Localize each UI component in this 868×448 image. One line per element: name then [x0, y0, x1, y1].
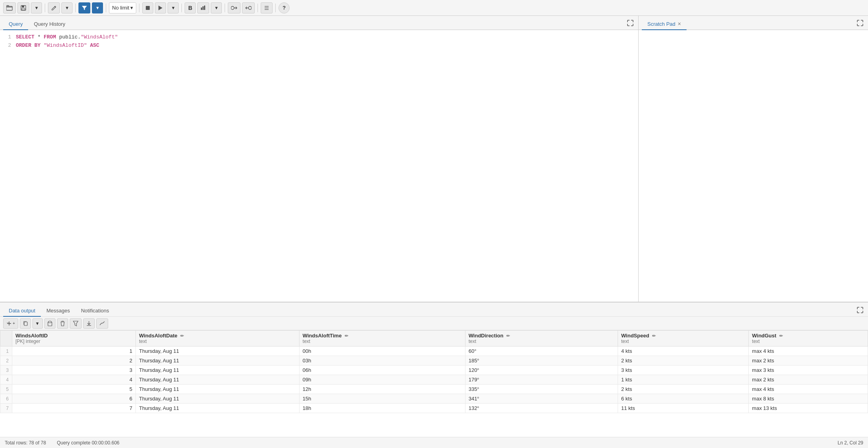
table-cell: 60° — [465, 347, 618, 356]
col-type-gust: text — [752, 339, 864, 344]
code-line-2: 2 ORDER BY "WindsAloftID" ASC — [0, 42, 635, 50]
col-edit-time-icon: ✏ — [345, 333, 348, 338]
open-folder-btn[interactable] — [3, 2, 16, 13]
tab-notifications-label: Notifications — [81, 308, 109, 314]
col-header-WindsAloftDate[interactable]: WindsAloftDate ✏ text — [136, 331, 300, 347]
edit-btn[interactable] — [48, 2, 60, 13]
query-tab-actions — [626, 18, 635, 29]
scratch-expand-btn[interactable] — [855, 18, 865, 29]
results-tab-actions — [855, 305, 865, 316]
table-cell: 1 — [12, 347, 136, 356]
table-cell: 6 — [12, 394, 136, 404]
results-toolbar: + ▾ — [0, 317, 868, 330]
col-edit-date-icon: ✏ — [180, 333, 184, 338]
copy-dropdown-btn[interactable]: ▾ — [32, 318, 43, 329]
filter-btn[interactable] — [78, 2, 90, 13]
add-row-btn[interactable]: + — [3, 318, 18, 329]
table-row: 77Thursday, Aug 1118h132°11 ktsmax 13 kt… — [0, 404, 868, 413]
filter-rows-btn[interactable] — [70, 318, 82, 329]
tab-query[interactable]: Query — [3, 18, 28, 30]
col-type-time: text — [303, 339, 462, 344]
tab-scratch-pad[interactable]: Scratch Pad × — [642, 17, 687, 30]
list-btn[interactable] — [261, 2, 273, 13]
col-header-WindDirection[interactable]: WindDirection ✏ text — [465, 331, 618, 347]
code-editor[interactable]: 1 SELECT * FROM public."WindsAloft" 2 OR… — [0, 30, 638, 302]
row-num-cell: 1 — [0, 347, 12, 356]
scratch-close-btn[interactable]: × — [678, 21, 681, 27]
table-row: 22Thursday, Aug 1103h185°2 ktsmax 2 kts — [0, 356, 868, 366]
scratch-expand-area — [855, 18, 865, 29]
sep1 — [45, 4, 45, 12]
tab-query-history[interactable]: Query History — [28, 18, 71, 30]
svg-rect-3 — [22, 8, 25, 10]
tab-data-output[interactable]: Data output — [3, 304, 41, 317]
macro1-btn[interactable] — [228, 2, 240, 13]
table-cell: max 3 kts — [749, 366, 868, 375]
svg-rect-5 — [201, 8, 202, 10]
row-num-cell: 5 — [0, 385, 12, 394]
col-header-WindsAloftID[interactable]: WindsAloftID [PK] integer — [12, 331, 136, 347]
query-tab-bar: Query Query History — [0, 16, 638, 30]
macro2-btn[interactable] — [242, 2, 255, 13]
svg-rect-2 — [22, 6, 24, 8]
sep8 — [275, 4, 276, 12]
stop-btn[interactable] — [142, 2, 153, 13]
paste-btn[interactable] — [44, 318, 55, 329]
line-num-1: 1 — [0, 33, 16, 42]
col-header-WindSpeed[interactable]: WindSpeed ✏ text — [618, 331, 748, 347]
table-cell: 6 kts — [618, 394, 748, 404]
download-btn[interactable] — [83, 318, 95, 329]
results-expand-btn[interactable] — [855, 305, 865, 316]
svg-rect-16 — [24, 322, 27, 325]
table-cell: 09h — [299, 375, 465, 385]
table-cell: 3 — [12, 366, 136, 375]
run-dropdown-btn[interactable]: ▾ — [168, 2, 179, 13]
main-toolbar: ▾ ▾ ▾ No limit ▾ ▾ B ▾ ? — [0, 0, 868, 16]
row-num-cell: 3 — [0, 366, 12, 375]
sep6 — [225, 4, 225, 12]
main-area: Query Query History 1 SELECT * FROM publ… — [0, 16, 868, 448]
explain-chart-btn[interactable] — [197, 2, 209, 13]
table-cell: 06h — [299, 366, 465, 375]
scratch-content[interactable] — [639, 30, 868, 302]
tab-data-output-label: Data output — [9, 308, 35, 314]
filter-dropdown-btn[interactable]: ▾ — [92, 2, 103, 13]
total-rows-label: Total rows: 78 of 78 — [5, 440, 46, 446]
table-cell: Thursday, Aug 11 — [136, 404, 300, 413]
svg-point-8 — [231, 6, 234, 10]
run-btn[interactable] — [155, 2, 166, 13]
col-edit-gust-icon: ✏ — [779, 333, 783, 338]
col-header-WindGust[interactable]: WindGust ✏ text — [749, 331, 868, 347]
save-btn[interactable] — [17, 2, 29, 13]
save-dropdown-btn[interactable]: ▾ — [31, 2, 42, 13]
limit-dropdown[interactable]: No limit ▾ — [109, 2, 136, 13]
table-cell: 1 kts — [618, 375, 748, 385]
table-cell: 341° — [465, 394, 618, 404]
results-tbody: 11Thursday, Aug 1100h60°4 ktsmax 4 kts22… — [0, 347, 868, 413]
table-cell: 4 — [12, 375, 136, 385]
table-cell: 11 kts — [618, 404, 748, 413]
table-cell: max 4 kts — [749, 347, 868, 356]
cursor-pos-label: Ln 2, Col 29 — [837, 440, 863, 446]
edit-dropdown-btn[interactable]: ▾ — [61, 2, 72, 13]
table-cell: 7 — [12, 404, 136, 413]
table-cell: 132° — [465, 404, 618, 413]
line-code-1: SELECT * FROM public."WindsAloft" — [16, 33, 635, 42]
row-num-cell: 6 — [0, 394, 12, 404]
query-expand-btn[interactable] — [626, 18, 635, 29]
graph-btn[interactable] — [96, 318, 108, 329]
help-btn[interactable]: ? — [279, 2, 290, 13]
copy-btn[interactable] — [20, 318, 31, 329]
table-cell: Thursday, Aug 11 — [136, 394, 300, 404]
table-cell: max 2 kts — [749, 375, 868, 385]
tab-notifications[interactable]: Notifications — [75, 304, 114, 317]
status-bar: Total rows: 78 of 78 Query complete 00:0… — [0, 437, 868, 448]
chart-dropdown-btn[interactable]: ▾ — [211, 2, 222, 13]
explain-btn[interactable]: B — [185, 2, 196, 13]
delete-row-btn[interactable] — [57, 318, 68, 329]
tab-messages[interactable]: Messages — [41, 304, 75, 317]
limit-label: No limit — [112, 5, 129, 11]
col-type-speed: text — [621, 339, 745, 344]
col-header-WindsAloftTime[interactable]: WindsAloftTime ✏ text — [299, 331, 465, 347]
row-num-cell: 7 — [0, 404, 12, 413]
